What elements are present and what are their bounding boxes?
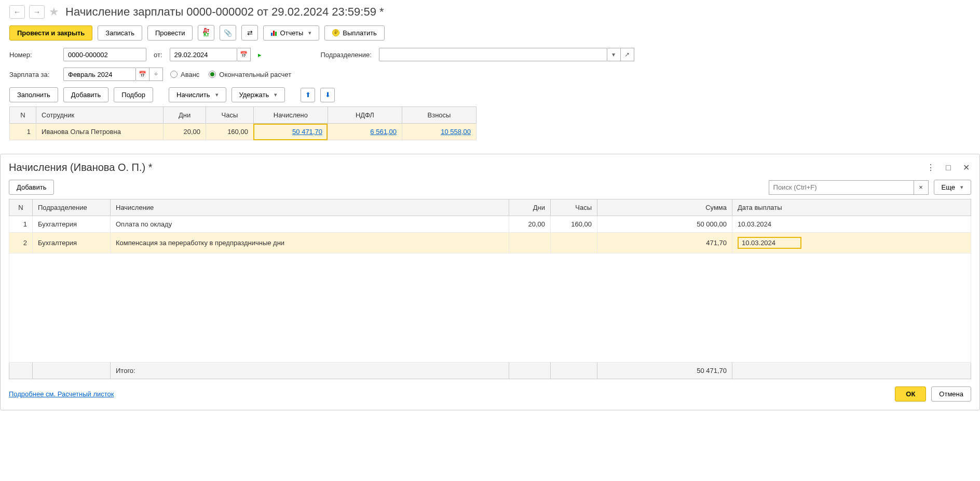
ruble-icon: ₽ — [332, 29, 339, 36]
pcell-n: 2 — [9, 233, 33, 253]
date-label: от: — [154, 51, 162, 59]
favorite-star-icon[interactable]: ★ — [49, 5, 59, 19]
search-input[interactable] — [769, 180, 914, 195]
arrow-down-icon: ⬇ — [325, 91, 331, 99]
pcol-days: Дни — [509, 199, 551, 216]
arrow-up-icon: ⬆ — [305, 91, 311, 99]
dtkt-button[interactable]: ДтКт — [198, 25, 214, 41]
chart-icon — [271, 30, 277, 36]
department-dropdown-icon[interactable]: ▾ — [607, 48, 621, 61]
col-ndfl: НДФЛ — [328, 107, 402, 124]
nav-back-button[interactable]: ← — [9, 5, 25, 19]
department-input[interactable] — [379, 48, 607, 61]
pcell-dept: Бухгалтерия — [33, 233, 111, 253]
pcell-dept: Бухгалтерия — [33, 216, 111, 233]
pcol-accrual: Начисление — [111, 199, 509, 216]
number-input[interactable] — [63, 48, 146, 61]
nav-forward-button[interactable]: → — [29, 5, 45, 19]
cancel-button[interactable]: Отмена — [931, 386, 971, 402]
reports-label: Отчеты — [280, 29, 303, 37]
number-label: Номер: — [9, 51, 56, 59]
pcell-accrual: Компенсация за переработку в предпраздни… — [111, 233, 509, 253]
month-spinner-icon[interactable]: ÷ — [149, 68, 163, 81]
cell-contrib[interactable]: 10 558,00 — [441, 128, 471, 136]
col-accrued: Начислено — [253, 107, 328, 124]
more-button[interactable]: Еще — [934, 180, 971, 195]
calculate-label: Начислить — [176, 91, 210, 99]
final-radio-label: Окончательный расчет — [219, 71, 291, 78]
department-open-icon[interactable]: ↗ — [621, 48, 634, 61]
pcell-sum: 50 000,00 — [597, 216, 732, 233]
advance-radio-label: Аванс — [181, 71, 199, 78]
total-sum: 50 471,70 — [597, 363, 732, 379]
pick-button[interactable]: Подбор — [114, 87, 153, 102]
cell-days: 20,00 — [164, 124, 206, 140]
date-status-icon[interactable]: ▸ — [258, 51, 262, 59]
col-days: Дни — [164, 107, 206, 124]
cell-ndfl[interactable]: 6 561,00 — [370, 128, 397, 136]
deduct-button[interactable]: Удержать — [232, 87, 285, 102]
payslip-link[interactable]: Подробнее см. Расчетный листок — [9, 390, 114, 398]
save-button[interactable]: Записать — [98, 25, 142, 41]
accruals-table: N Подразделение Начисление Дни Часы Сумм… — [9, 199, 971, 379]
month-calendar-icon[interactable]: 📅 — [136, 68, 149, 81]
pcell-paydate-edit[interactable]: 10.03.2024 — [738, 237, 801, 249]
cell-accrued[interactable]: 50 471,70 — [292, 128, 322, 136]
pcol-sum: Сумма — [597, 199, 732, 216]
structure-icon: ⇄ — [247, 29, 253, 37]
attach-button[interactable]: 📎 — [220, 25, 236, 41]
structure-button[interactable]: ⇄ — [241, 25, 258, 41]
cell-hours: 160,00 — [206, 124, 253, 140]
more-label: Еще — [942, 183, 955, 191]
reports-button[interactable]: Отчеты — [263, 25, 319, 41]
col-contrib: Взносы — [402, 107, 476, 124]
advance-radio[interactable]: Аванс — [170, 71, 199, 78]
final-radio[interactable]: Окончательный расчет — [209, 71, 291, 78]
pcol-paydate: Дата выплаты — [732, 199, 971, 216]
panel-close-icon[interactable]: ✕ — [961, 163, 971, 172]
total-label: Итого: — [111, 363, 509, 379]
pcol-n: N — [9, 199, 33, 216]
pcell-days: 20,00 — [509, 216, 551, 233]
panel-add-button[interactable]: Добавить — [9, 180, 54, 195]
fill-button[interactable]: Заполнить — [9, 87, 58, 102]
cell-n: 1 — [10, 124, 36, 140]
col-n: N — [10, 107, 36, 124]
pcell-days — [509, 233, 551, 253]
move-down-button[interactable]: ⬇ — [320, 88, 335, 102]
table-empty-area — [9, 253, 971, 363]
pay-label: Выплатить — [343, 29, 377, 37]
pcell-hours: 160,00 — [551, 216, 597, 233]
date-input[interactable] — [170, 48, 237, 61]
add-row-button[interactable]: Добавить — [63, 87, 108, 102]
col-hours: Часы — [206, 107, 253, 124]
pcell-accrual: Оплата по окладу — [111, 216, 509, 233]
pcell-n: 1 — [9, 216, 33, 233]
post-and-close-button[interactable]: Провести и закрыть — [9, 25, 92, 41]
pcol-hours: Часы — [551, 199, 597, 216]
ok-button[interactable]: ОК — [895, 386, 926, 402]
panel-menu-icon[interactable]: ⋮ — [925, 163, 936, 172]
calculate-button[interactable]: Начислить — [169, 87, 226, 102]
pcol-dept: Подразделение — [33, 199, 111, 216]
table-row[interactable]: 2 Бухгалтерия Компенсация за переработку… — [9, 233, 971, 253]
accruals-panel: Начисления (Иванова О. П.) * ⋮ □ ✕ Добав… — [0, 154, 980, 410]
pay-button[interactable]: ₽Выплатить — [324, 25, 385, 41]
pcell-sum: 471,70 — [597, 233, 732, 253]
table-row[interactable]: 1 Бухгалтерия Оплата по окладу 20,00 160… — [9, 216, 971, 233]
employees-table: N Сотрудник Дни Часы Начислено НДФЛ Взно… — [9, 106, 477, 140]
pcell-hours — [551, 233, 597, 253]
table-row[interactable]: 1 Иванова Ольга Петровна 20,00 160,00 50… — [10, 124, 477, 140]
cell-employee: Иванова Ольга Петровна — [36, 124, 164, 140]
paperclip-icon: 📎 — [224, 29, 232, 37]
main-toolbar: Провести и закрыть Записать Провести ДтК… — [9, 25, 971, 41]
post-button[interactable]: Провести — [147, 25, 193, 41]
salary-for-input[interactable] — [63, 68, 136, 81]
calendar-icon[interactable]: 📅 — [237, 48, 251, 61]
move-up-button[interactable]: ⬆ — [301, 88, 315, 102]
search-clear-icon[interactable]: × — [914, 180, 929, 195]
col-employee: Сотрудник — [36, 107, 164, 124]
panel-title: Начисления (Иванова О. П.) * — [9, 162, 153, 173]
panel-maximize-icon[interactable]: □ — [943, 163, 954, 172]
salary-for-label: Зарплата за: — [9, 71, 56, 78]
